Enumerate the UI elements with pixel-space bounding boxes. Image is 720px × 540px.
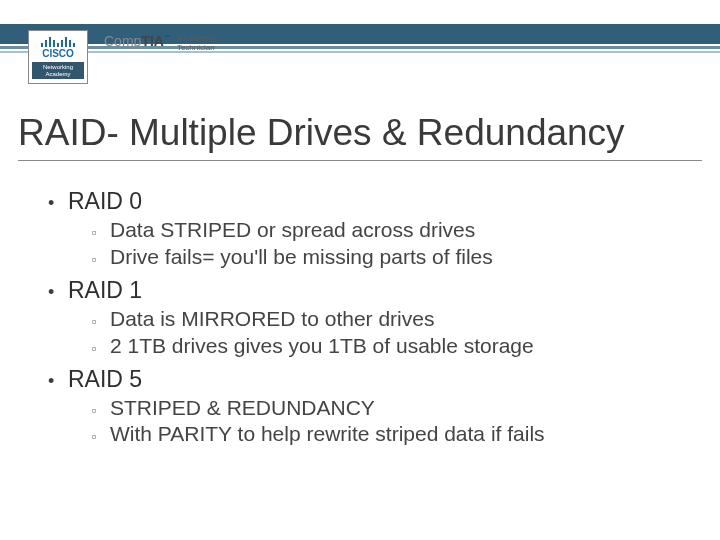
bullet-square-icon: ▫ bbox=[92, 341, 110, 358]
bullet-level2: ▫ Drive fails= you'll be missing parts o… bbox=[92, 244, 688, 271]
page-title: RAID- Multiple Drives & Redundancy bbox=[18, 112, 625, 154]
bullet-square-icon: ▫ bbox=[92, 429, 110, 446]
bullet-level2: ▫ STRIPED & REDUNDANCY bbox=[92, 395, 688, 422]
cisco-sub-text: Networking Academy bbox=[32, 62, 84, 79]
bullet-square-icon: ▫ bbox=[92, 314, 110, 331]
bullet-label: RAID 1 bbox=[68, 277, 142, 304]
bullet-text: Data STRIPED or spread across drives bbox=[110, 217, 475, 244]
cisco-bars-icon bbox=[41, 35, 75, 47]
bullet-level2: ▫ Data STRIPED or spread across drives bbox=[92, 217, 688, 244]
bullet-label: RAID 0 bbox=[68, 188, 142, 215]
bullet-level1: • RAID 1 bbox=[48, 277, 688, 304]
bullet-text: 2 1TB drives gives you 1TB of usable sto… bbox=[110, 333, 534, 360]
bullet-level2: ▫ 2 1TB drives gives you 1TB of usable s… bbox=[92, 333, 688, 360]
bullet-text: STRIPED & REDUNDANCY bbox=[110, 395, 375, 422]
bullet-text: Data is MIRRORED to other drives bbox=[110, 306, 434, 333]
comptia-logo: CompTIA™ A+ Certified Technician bbox=[104, 32, 219, 52]
bullet-level2: ▫ Data is MIRRORED to other drives bbox=[92, 306, 688, 333]
cisco-logo: CISCO Networking Academy bbox=[28, 30, 88, 84]
comptia-sub-text: A+ Certified Technician bbox=[177, 34, 219, 52]
bullet-text: Drive fails= you'll be missing parts of … bbox=[110, 244, 493, 271]
content-body: • RAID 0 ▫ Data STRIPED or spread across… bbox=[48, 182, 688, 452]
bullet-square-icon: ▫ bbox=[92, 225, 110, 242]
title-underline bbox=[18, 160, 702, 161]
bullet-square-icon: ▫ bbox=[92, 403, 110, 420]
comptia-brand-text: CompTIA™ bbox=[104, 33, 171, 49]
bullet-square-icon: ▫ bbox=[92, 252, 110, 269]
bullet-level2: ▫ With PARITY to help rewrite striped da… bbox=[92, 421, 688, 448]
list-item: • RAID 1 ▫ Data is MIRRORED to other dri… bbox=[48, 277, 688, 360]
bullet-text: With PARITY to help rewrite striped data… bbox=[110, 421, 545, 448]
slide: CISCO Networking Academy CompTIA™ A+ Cer… bbox=[0, 0, 720, 540]
bullet-dot-icon: • bbox=[48, 371, 68, 392]
bullet-label: RAID 5 bbox=[68, 366, 142, 393]
bullet-dot-icon: • bbox=[48, 282, 68, 303]
bullet-level1: • RAID 0 bbox=[48, 188, 688, 215]
list-item: • RAID 5 ▫ STRIPED & REDUNDANCY ▫ With P… bbox=[48, 366, 688, 449]
bullet-dot-icon: • bbox=[48, 193, 68, 214]
cisco-brand-text: CISCO bbox=[42, 48, 74, 59]
bullet-level1: • RAID 5 bbox=[48, 366, 688, 393]
list-item: • RAID 0 ▫ Data STRIPED or spread across… bbox=[48, 188, 688, 271]
